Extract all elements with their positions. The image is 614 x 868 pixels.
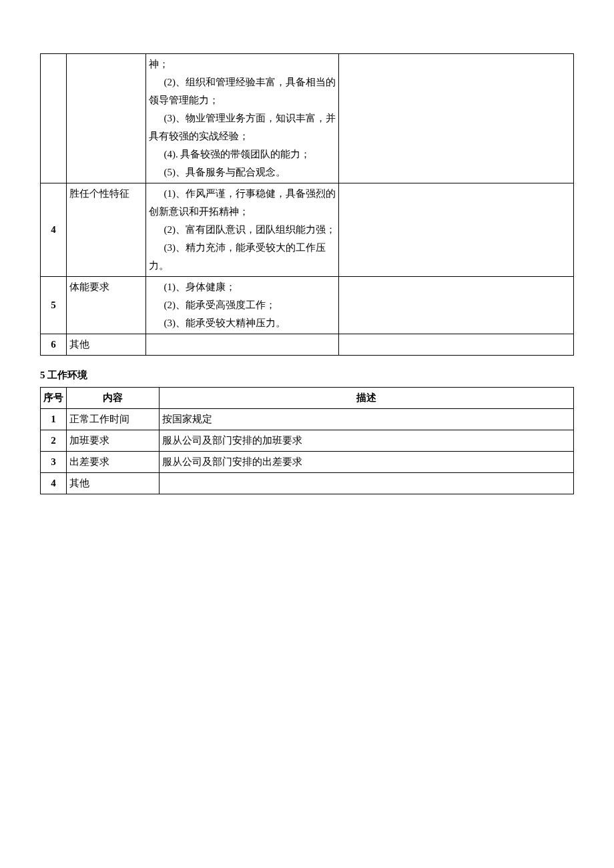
row-num: 1 [41, 409, 67, 430]
row-num: 5 [41, 277, 67, 334]
row-num: 2 [41, 430, 67, 452]
row-requirement: (1)、作风严谨，行事稳健，具备强烈的创新意识和开拓精神；(2)、富有团队意识，… [146, 183, 339, 277]
table-row: 5 体能要求 (1)、身体健康；(2)、能承受高强度工作；(3)、能承受较大精神… [41, 277, 574, 334]
header-content: 内容 [67, 388, 160, 409]
table-row: 6 其他 [41, 334, 574, 356]
row-desc [160, 473, 574, 494]
table-row: 4 胜任个性特征 (1)、作风严谨，行事稳健，具备强烈的创新意识和开拓精神；(2… [41, 183, 574, 277]
row-num: 3 [41, 452, 67, 473]
requirements-table: 神；(2)、组织和管理经验丰富，具备相当的领导管理能力；(3)、物业管理业务方面… [40, 53, 574, 356]
row-remark [339, 334, 574, 356]
req-text: 神；(2)、组织和管理经验丰富，具备相当的领导管理能力；(3)、物业管理业务方面… [149, 55, 336, 181]
row-desc: 按国家规定 [160, 409, 574, 430]
table-row: 4 其他 [41, 473, 574, 494]
row-content: 正常工作时间 [67, 409, 160, 430]
row-remark [339, 183, 574, 277]
row-num: 4 [41, 183, 67, 277]
table-header-row: 序号 内容 描述 [41, 388, 574, 409]
row-desc: 服从公司及部门安排的加班要求 [160, 430, 574, 452]
req-text: (1)、身体健康；(2)、能承受高强度工作；(3)、能承受较大精神压力。 [149, 278, 336, 332]
environment-table: 序号 内容 描述 1 正常工作时间 按国家规定 2 加班要求 服从公司及部门安排… [40, 387, 574, 494]
header-desc: 描述 [160, 388, 574, 409]
row-num: 4 [41, 473, 67, 494]
row-remark [339, 54, 574, 183]
row-category: 胜任个性特征 [67, 183, 146, 277]
req-text: (1)、作风严谨，行事稳健，具备强烈的创新意识和开拓精神；(2)、富有团队意识，… [149, 185, 336, 275]
row-num [41, 54, 67, 183]
row-remark [339, 277, 574, 334]
row-category: 体能要求 [67, 277, 146, 334]
row-content: 其他 [67, 473, 160, 494]
row-category: 其他 [67, 334, 146, 356]
row-content: 出差要求 [67, 452, 160, 473]
row-requirement: (1)、身体健康；(2)、能承受高强度工作；(3)、能承受较大精神压力。 [146, 277, 339, 334]
section-title: 5 工作环境 [40, 369, 574, 382]
table-row: 1 正常工作时间 按国家规定 [41, 409, 574, 430]
row-content: 加班要求 [67, 430, 160, 452]
row-desc: 服从公司及部门安排的出差要求 [160, 452, 574, 473]
row-requirement: 神；(2)、组织和管理经验丰富，具备相当的领导管理能力；(3)、物业管理业务方面… [146, 54, 339, 183]
row-num: 6 [41, 334, 67, 356]
header-seq: 序号 [41, 388, 67, 409]
row-requirement [146, 334, 339, 356]
table-row: 2 加班要求 服从公司及部门安排的加班要求 [41, 430, 574, 452]
table-row: 神；(2)、组织和管理经验丰富，具备相当的领导管理能力；(3)、物业管理业务方面… [41, 54, 574, 183]
row-category [67, 54, 146, 183]
table-row: 3 出差要求 服从公司及部门安排的出差要求 [41, 452, 574, 473]
